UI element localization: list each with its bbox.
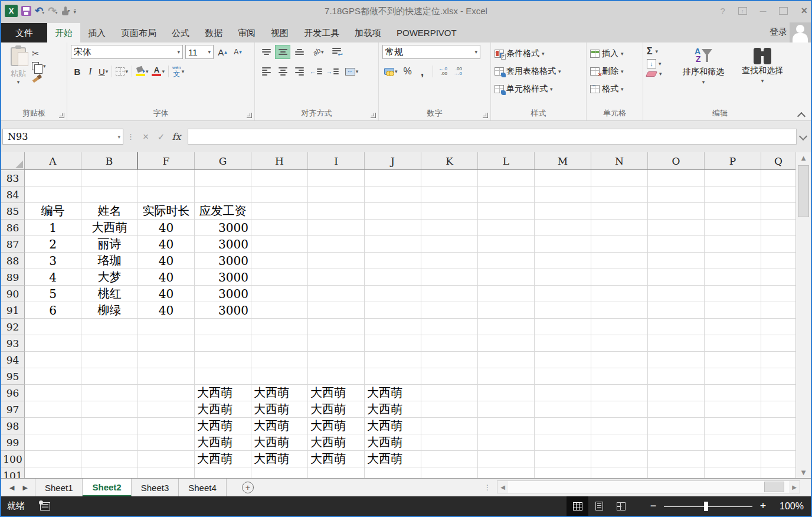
cell-O87[interactable]	[648, 236, 705, 253]
cell-K89[interactable]	[421, 269, 478, 286]
column-header-A[interactable]: A	[25, 152, 81, 169]
cell-F87[interactable]: 40	[138, 236, 195, 253]
vertical-scroll-thumb[interactable]	[798, 165, 809, 217]
cell-M99[interactable]	[535, 434, 591, 451]
scroll-right-arrow[interactable]: ▶	[789, 484, 800, 490]
cell-J95[interactable]	[365, 368, 421, 385]
cell-I93[interactable]	[308, 335, 365, 352]
cell-M96[interactable]	[535, 385, 591, 401]
cell-F96[interactable]	[138, 385, 195, 401]
collapse-ribbon-button[interactable]	[798, 112, 805, 117]
cell-J96[interactable]: 大西萌	[365, 385, 421, 401]
cell-J90[interactable]	[365, 286, 421, 302]
sheet-tab-sheet4[interactable]: Sheet4	[179, 479, 227, 496]
cell-H101[interactable]	[251, 467, 308, 478]
cell-B85[interactable]: 姓名	[81, 203, 138, 220]
find-select-button[interactable]: 查找和选择 ▾	[733, 45, 792, 109]
cell-Q93[interactable]	[761, 335, 795, 352]
cell-A90[interactable]: 5	[25, 286, 81, 302]
cell-O96[interactable]	[648, 385, 705, 401]
cell-J99[interactable]: 大西萌	[365, 434, 421, 451]
cell-L89[interactable]	[478, 269, 535, 286]
cell-Q98[interactable]	[761, 418, 795, 434]
horizontal-scrollbar[interactable]: ◀ ▶	[497, 480, 800, 493]
cell-L98[interactable]	[478, 418, 535, 434]
cell-P101[interactable]	[705, 467, 761, 478]
cell-N99[interactable]	[591, 434, 648, 451]
cell-H84[interactable]	[251, 186, 308, 203]
row-header-94[interactable]: 94	[1, 352, 25, 368]
paste-button[interactable]: 粘贴 ▾	[5, 45, 32, 109]
macro-record-button[interactable]	[40, 502, 50, 511]
cell-G99[interactable]: 大西萌	[195, 434, 251, 451]
cell-A86[interactable]: 1	[25, 220, 81, 236]
grow-font-button[interactable]: A▴	[216, 45, 229, 59]
cell-J101[interactable]	[365, 467, 421, 478]
cell-H99[interactable]: 大西萌	[251, 434, 308, 451]
cell-J92[interactable]	[365, 319, 421, 335]
sheet-tab-sheet3[interactable]: Sheet3	[132, 479, 179, 496]
formula-bar-splitter[interactable]: ⋮	[123, 132, 138, 141]
cell-B87[interactable]: 丽诗	[81, 236, 138, 253]
undo-button[interactable]: ↶▾	[35, 6, 44, 17]
cell-A93[interactable]	[25, 335, 81, 352]
cell-Q88[interactable]	[761, 253, 795, 269]
cell-Q97[interactable]	[761, 401, 795, 418]
zoom-out-button[interactable]: −	[647, 500, 659, 512]
cell-O90[interactable]	[648, 286, 705, 302]
cell-A96[interactable]	[25, 385, 81, 401]
cell-N92[interactable]	[591, 319, 648, 335]
cell-B100[interactable]	[81, 451, 138, 467]
cell-O88[interactable]	[648, 253, 705, 269]
cell-G90[interactable]: 3000	[195, 286, 251, 302]
cell-I87[interactable]	[308, 236, 365, 253]
cell-Q99[interactable]	[761, 434, 795, 451]
row-header-92[interactable]: 92	[1, 319, 25, 335]
cell-P85[interactable]	[705, 203, 761, 220]
cell-B93[interactable]	[81, 335, 138, 352]
cell-M92[interactable]	[535, 319, 591, 335]
cell-J83[interactable]	[365, 170, 421, 186]
cell-F94[interactable]	[138, 352, 195, 368]
cell-A83[interactable]	[25, 170, 81, 186]
cell-A97[interactable]	[25, 401, 81, 418]
cell-styles-button[interactable]: 单元格样式▾	[495, 80, 584, 98]
cell-J91[interactable]	[365, 302, 421, 319]
cell-B96[interactable]	[81, 385, 138, 401]
cell-I92[interactable]	[308, 319, 365, 335]
cell-I91[interactable]	[308, 302, 365, 319]
cell-N95[interactable]	[591, 368, 648, 385]
cell-P83[interactable]	[705, 170, 761, 186]
cell-N98[interactable]	[591, 418, 648, 434]
cell-K83[interactable]	[421, 170, 478, 186]
number-format-select[interactable]: 常规▾	[382, 45, 480, 59]
cell-J94[interactable]	[365, 352, 421, 368]
column-header-M[interactable]: M	[535, 152, 591, 169]
row-header-96[interactable]: 96	[1, 385, 25, 401]
row-header-95[interactable]: 95	[1, 368, 25, 385]
align-right-button[interactable]	[292, 64, 307, 78]
cell-K94[interactable]	[421, 352, 478, 368]
cell-H94[interactable]	[251, 352, 308, 368]
cell-P84[interactable]	[705, 186, 761, 203]
horizontal-splitter[interactable]: ⋮	[484, 483, 491, 492]
row-header-90[interactable]: 90	[1, 286, 25, 302]
autosum-button[interactable]: Σ▾	[647, 46, 674, 57]
cell-Q96[interactable]	[761, 385, 795, 401]
cell-K95[interactable]	[421, 368, 478, 385]
cell-F88[interactable]: 40	[138, 253, 195, 269]
cell-I86[interactable]	[308, 220, 365, 236]
sheet-tab-sheet1[interactable]: Sheet1	[35, 479, 83, 496]
cell-B94[interactable]	[81, 352, 138, 368]
avatar[interactable]	[790, 22, 811, 42]
cell-N83[interactable]	[591, 170, 648, 186]
cell-H85[interactable]	[251, 203, 308, 220]
tab-review[interactable]: 审阅	[230, 23, 263, 42]
row-header-97[interactable]: 97	[1, 401, 25, 418]
cell-M98[interactable]	[535, 418, 591, 434]
cell-P100[interactable]	[705, 451, 761, 467]
cell-I89[interactable]	[308, 269, 365, 286]
cell-G91[interactable]: 3000	[195, 302, 251, 319]
cell-P90[interactable]	[705, 286, 761, 302]
cell-L95[interactable]	[478, 368, 535, 385]
